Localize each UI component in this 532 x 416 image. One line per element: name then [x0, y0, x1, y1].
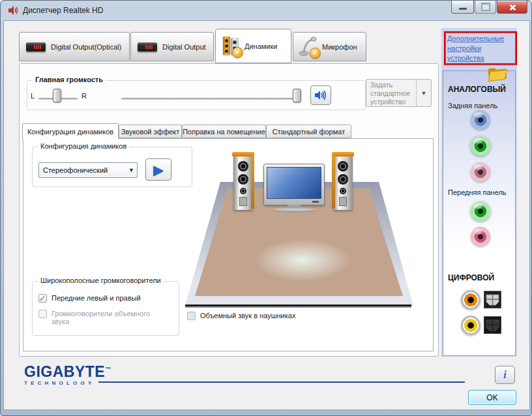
jack-rear-mic-pink[interactable] — [471, 162, 490, 182]
tab-room-correction[interactable]: Поправка на помещение — [182, 125, 266, 138]
jack-spdif-rca-orange[interactable] — [461, 290, 480, 310]
window-title: Диспетчер Realtek HD — [23, 6, 103, 15]
window-controls — [451, 1, 527, 14]
jack-rear-line-in-blue[interactable] — [471, 110, 490, 130]
jack-rear-line-out-green[interactable] — [471, 136, 490, 156]
ok-button[interactable]: OK — [468, 390, 516, 405]
speaker-config-label: Конфигурация динамиков — [38, 142, 129, 150]
microphone-icon: ✓ — [299, 37, 318, 57]
digital-output-device-icon — [25, 40, 47, 54]
optical-connector-dark-icon[interactable] — [484, 316, 501, 334]
chevron-down-icon[interactable]: ▼ — [416, 80, 431, 106]
auto-test-play-button[interactable]: ▶ — [145, 158, 171, 181]
speaker-volume-icon — [314, 89, 327, 101]
advanced-device-settings-link[interactable]: Дополнительные настройки устройства — [446, 33, 515, 64]
close-icon — [509, 3, 516, 11]
connector-settings-folder-icon[interactable] — [485, 61, 509, 83]
tab-label: Поправка на помещение — [183, 128, 265, 136]
optical-connector-light-icon[interactable] — [484, 291, 501, 308]
balance-left-label: L — [31, 92, 35, 100]
speakers-icon: ✓ — [221, 36, 241, 57]
set-default-device-button[interactable]: Задать стандартное устройство ▼ — [366, 79, 432, 107]
listening-spot — [254, 239, 351, 282]
tab-speakers[interactable]: ✓ Динамики — [215, 29, 291, 63]
tab-label: Digital Output — [162, 43, 206, 51]
tab-label: Стандартный формат — [273, 128, 345, 136]
brand-subtitle: TECHNOLOGY — [24, 380, 111, 386]
speaker-config-dropdown[interactable]: Стереофонический ▼ — [38, 162, 138, 178]
brand-trademark: ™ — [105, 366, 111, 372]
realtek-hd-audio-manager-window: Диспетчер Realtek HD Digital Output(Opti… — [0, 0, 532, 416]
info-icon: i — [503, 369, 506, 381]
volume-slider-thumb[interactable] — [293, 89, 301, 102]
tab-speaker-configuration[interactable]: Конфигурация динамиков — [22, 123, 119, 139]
tab-label: Динамики — [244, 42, 277, 50]
fullrange-speakers-label: Широкополосные громкоговорители — [38, 276, 164, 284]
front-left-right-label: Передние левый и правый — [52, 294, 141, 302]
default-device-badge-icon: ✓ — [310, 48, 321, 59]
check-icon: ✓ — [39, 293, 46, 303]
tab-default-format[interactable]: Стандартный формат — [266, 125, 351, 138]
digital-output-device-icon — [136, 40, 158, 54]
left-speaker[interactable] — [233, 154, 253, 210]
maximize-button[interactable] — [475, 1, 496, 14]
tab-label: Микрофон — [322, 43, 357, 51]
tab-label: Digital Output(Optical) — [51, 43, 121, 51]
tab-digital-output[interactable]: Digital Output — [130, 32, 214, 61]
jack-front-mic-pink[interactable] — [471, 227, 490, 246]
balance-right-label: R — [81, 92, 87, 100]
headphone-surround-label: Объемный звук в наушниках — [200, 312, 295, 319]
footer-divider — [98, 381, 465, 383]
room-illustration — [185, 154, 415, 312]
right-speaker[interactable] — [333, 154, 353, 210]
info-button[interactable]: i — [495, 366, 515, 384]
tab-sound-effect[interactable]: Звуковой эффект — [119, 125, 182, 138]
rear-panel-label: Задняя панель — [448, 102, 497, 110]
minimize-button[interactable] — [451, 1, 474, 14]
surround-speakers-checkbox — [38, 310, 47, 318]
balance-slider-thumb[interactable] — [53, 89, 61, 102]
app-speaker-icon — [8, 5, 19, 16]
annotation-highlight-box: Дополнительные настройки устройства — [444, 31, 517, 65]
tab-label: Звуковой эффект — [121, 128, 180, 136]
jack-spdif-rca-yellow[interactable] — [461, 316, 480, 335]
minimize-icon — [459, 8, 467, 10]
tab-digital-output-optical[interactable]: Digital Output(Optical) — [19, 32, 130, 61]
analog-heading: АНАЛОГОВЫЙ — [448, 85, 506, 94]
headphone-surround-checkbox[interactable] — [187, 312, 196, 320]
digital-heading: ЦИФРОВОЙ — [448, 273, 494, 282]
play-icon: ▶ — [153, 163, 163, 176]
ok-label: OK — [486, 393, 497, 402]
monitor — [263, 164, 325, 205]
jack-front-headphone-green[interactable] — [471, 201, 490, 221]
brand-text: GIGABYTE — [24, 363, 105, 380]
surround-speakers-label: Громкоговорители объемного звука — [52, 310, 157, 325]
front-left-right-checkbox[interactable]: ✓ — [38, 294, 47, 303]
default-device-badge-icon: ✓ — [232, 47, 243, 58]
maximize-icon — [481, 3, 490, 11]
chevron-down-icon: ▼ — [126, 167, 137, 173]
titlebar: Диспетчер Realtek HD — [1, 1, 531, 20]
test-speaker-button[interactable] — [310, 85, 331, 105]
dropdown-value: Стереофонический — [39, 166, 126, 174]
tab-microphone[interactable]: ✓ Микрофон — [293, 32, 366, 61]
tab-label: Конфигурация динамиков — [27, 128, 113, 136]
set-default-device-label: Задать стандартное устройство — [366, 80, 416, 106]
main-volume-label: Главная громкость — [33, 76, 106, 83]
fullrange-speakers-group: Широкополосные громкоговорители — [32, 281, 179, 336]
front-panel-label: Передняя панель — [448, 188, 507, 196]
volume-slider-track[interactable] — [121, 98, 301, 100]
close-button[interactable] — [497, 1, 527, 14]
room-front-edge — [185, 305, 411, 306]
